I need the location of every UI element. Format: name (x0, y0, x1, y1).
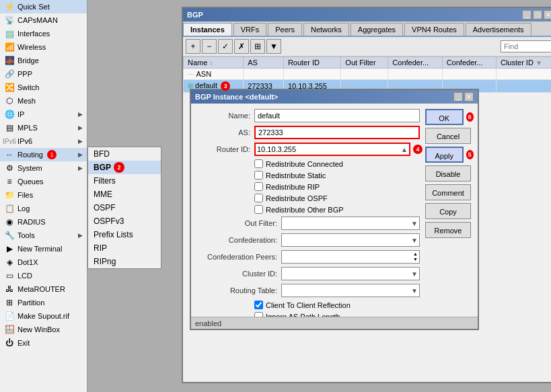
router-id-input[interactable] (257, 145, 401, 153)
dialog-close-button[interactable]: ✕ (464, 92, 474, 102)
capsman-icon: 📡 (4, 15, 15, 26)
submenu-item-ospf[interactable]: OSPF (88, 201, 161, 214)
sidebar-item-new-terminal[interactable]: ▶ New Terminal (0, 242, 87, 256)
sidebar-item-interfaces[interactable]: ▤ Interfaces (0, 27, 87, 40)
tab-advertisements[interactable]: Advertisements (466, 23, 531, 36)
sidebar-item-exit[interactable]: ⏻ Exit (0, 336, 87, 350)
name-row: Name: (196, 109, 420, 122)
sidebar-item-make-supout[interactable]: 📄 Make Supout.rif (0, 309, 87, 323)
tab-vpn4-routes[interactable]: VPN4 Routes (404, 23, 464, 36)
routing-icon: ↔ (4, 149, 15, 160)
as-input[interactable] (254, 126, 420, 139)
routing-arrow: ▶ (78, 151, 83, 158)
sidebar-item-radius[interactable]: ◉ RADIUS (0, 215, 87, 229)
sidebar-item-quick-set[interactable]: ⚡ Quick Set (0, 0, 87, 13)
sidebar-item-mesh[interactable]: ⬡ Mesh (0, 94, 87, 108)
add-button[interactable]: + (186, 39, 200, 54)
ok-button[interactable]: OK (425, 109, 464, 125)
sidebar-item-system[interactable]: ⚙ System ▶ (0, 161, 87, 175)
tab-networks[interactable]: Networks (303, 23, 349, 36)
sidebar-item-files[interactable]: 📁 Files (0, 188, 87, 202)
sidebar-item-routing[interactable]: ↔ Routing 1 ▶ (0, 148, 87, 161)
router-id-arrow[interactable]: ▲ (401, 146, 408, 153)
cancel-button[interactable]: Cancel (425, 128, 471, 144)
cluster-id-select[interactable]: ▼ (281, 267, 420, 280)
wireless-icon: 📶 (4, 42, 15, 52)
search-input[interactable] (501, 40, 551, 52)
radius-icon: ◉ (4, 217, 15, 227)
submenu-item-ospfv3[interactable]: OSPFv3 (88, 214, 161, 228)
tab-aggregates[interactable]: Aggregates (351, 23, 403, 36)
submenu-item-filters[interactable]: Filters (88, 174, 161, 188)
new-winbox-icon: 🪟 (4, 324, 15, 335)
confederation-peers-select[interactable]: ▲ ▼ (281, 250, 420, 264)
sidebar-item-capsman[interactable]: 📡 CAPsMAAN (0, 13, 87, 27)
bgp-table: Name ↕ AS Router ID Out Filter Confeder.… (183, 56, 551, 93)
apply-button[interactable]: Apply (425, 147, 464, 163)
confederation-select[interactable]: ▼ (281, 233, 420, 247)
col-as: AS (244, 57, 284, 69)
ipv6-arrow: ▶ (78, 138, 83, 145)
table-row-asn[interactable]: ⋯ ASN (184, 69, 552, 80)
tab-instances[interactable]: Instances (183, 23, 232, 36)
sidebar-item-bridge[interactable]: 🌉 Bridge (0, 54, 87, 67)
redistrib-static-check[interactable] (254, 171, 263, 180)
sidebar-item-new-winbox[interactable]: 🪟 New WinBox (0, 323, 87, 336)
sidebar-item-switch[interactable]: 🔀 Switch (0, 81, 87, 94)
col-name: Name ↕ (184, 57, 244, 69)
routing-table-arrow: ▼ (411, 287, 418, 295)
check-button[interactable]: ✓ (218, 39, 233, 54)
ipv6-icon: IPv6 (4, 136, 15, 147)
redistrib-ospf-check[interactable] (254, 194, 263, 202)
sidebar-item-log[interactable]: 📋 Log (0, 202, 87, 215)
disable-button[interactable]: Disable (425, 165, 471, 182)
tools-icon: 🔧 (4, 230, 15, 241)
copy-button[interactable]: Copy (425, 203, 471, 219)
interfaces-icon: ▤ (4, 28, 15, 39)
submenu-item-ripng[interactable]: RIPng (88, 255, 161, 268)
bgp-toolbar: + − ✓ ✗ ⊞ ▼ (183, 37, 551, 56)
sidebar-item-ip[interactable]: 🌐 IP ▶ (0, 108, 87, 121)
minimize-button[interactable]: _ (522, 10, 531, 19)
move-button[interactable]: ⊞ (250, 39, 265, 54)
uncheck-button[interactable]: ✗ (234, 39, 249, 54)
sidebar-item-metarouter[interactable]: 🖧 MetaROUTER (0, 282, 87, 296)
remove-toolbar-button[interactable]: − (202, 39, 217, 54)
remove-button[interactable]: Remove (425, 222, 471, 238)
submenu-item-bgp[interactable]: BGP 2 (88, 161, 161, 174)
sidebar-item-tools[interactable]: 🔧 Tools ▶ (0, 229, 87, 242)
out-filter-select[interactable]: ▼ (281, 217, 420, 230)
submenu-item-rip[interactable]: RIP (88, 241, 161, 255)
sidebar-item-ipv6[interactable]: IPv6 IPv6 ▶ (0, 134, 87, 148)
redistrib-rip-check[interactable] (254, 182, 263, 191)
tab-peers[interactable]: Peers (268, 23, 302, 36)
new-terminal-icon: ▶ (4, 243, 15, 254)
comment-button[interactable]: Comment (425, 184, 471, 200)
submenu-item-prefix-lists[interactable]: Prefix Lists (88, 228, 161, 241)
sidebar-item-wireless[interactable]: 📶 Wireless (0, 40, 87, 54)
sidebar-item-dot1x[interactable]: ◈ Dot1X (0, 256, 87, 269)
routing-table-row: Routing Table: ▼ (196, 284, 420, 297)
submenu-item-bfd[interactable]: BFD (88, 147, 161, 161)
dialog-minimize-button[interactable]: _ (453, 92, 463, 102)
client-reflection-check[interactable] (254, 301, 263, 309)
close-button[interactable]: ✕ (544, 10, 551, 19)
switch-icon: 🔀 (4, 82, 15, 93)
submenu-item-mme[interactable]: MME (88, 188, 161, 201)
dot1x-icon: ◈ (4, 257, 15, 268)
tab-vrfs[interactable]: VRFs (233, 23, 267, 36)
redistrib-connected-check[interactable] (254, 159, 263, 168)
routing-table-select[interactable]: ▼ (281, 284, 420, 297)
sidebar-item-queues[interactable]: ≡ Queues (0, 175, 87, 188)
mesh-icon: ⬡ (4, 95, 15, 106)
redistrib-bgp-check[interactable] (254, 205, 263, 214)
bgp-window-titlebar: BGP _ □ ✕ (183, 8, 551, 22)
sidebar-item-lcd[interactable]: ▭ LCD (0, 269, 87, 282)
name-input[interactable] (254, 109, 420, 122)
sidebar-item-partition[interactable]: ⊞ Partition (0, 296, 87, 309)
sidebar-item-ppp[interactable]: 🔗 PPP (0, 67, 87, 81)
bgp-dialog-titlebar: BGP Instance <default> _ ✕ (191, 90, 478, 104)
sidebar-item-mpls[interactable]: ▤ MPLS ▶ (0, 121, 87, 134)
filter-button[interactable]: ▼ (266, 39, 281, 54)
maximize-button[interactable]: □ (533, 10, 542, 19)
